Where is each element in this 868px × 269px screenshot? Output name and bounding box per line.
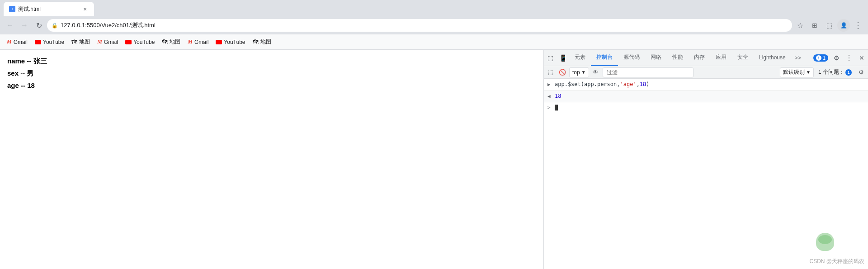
- console-code-comma: ,: [637, 81, 640, 87]
- page-line-sex: sex -- 男: [7, 69, 536, 78]
- tab-close-icon[interactable]: ✕: [81, 5, 89, 13]
- issue-num-icon: 1: [845, 69, 852, 76]
- tab-sources[interactable]: 源代码: [618, 50, 645, 66]
- console-number-part: 18: [640, 81, 646, 87]
- context-label: top: [572, 69, 580, 76]
- active-tab[interactable]: t 测试.html ✕: [4, 2, 94, 16]
- main-area: name -- 张三 sex -- 男 age -- 18 ⬚ 📱 元素 控制台: [0, 50, 868, 269]
- address-bar: ← → ↻ 🔒 127.0.0.1:5500/Vue2/ch01/测试.html…: [0, 16, 868, 34]
- level-chevron-icon: ▼: [806, 70, 811, 75]
- bookmarks-bar: M Gmail YouTube 🗺 地图 M Gmail YouTube 🗺 地…: [0, 34, 868, 50]
- console-settings-button[interactable]: ⚙: [856, 67, 866, 77]
- tab-favicon: t: [9, 6, 15, 12]
- console-toolbar: ⬚ 🚫 top ▼ 👁 默认级别 ▼ 1: [544, 66, 868, 79]
- tab-console[interactable]: 控制台: [591, 50, 618, 66]
- url-bar[interactable]: 🔒 127.0.0.1:5500/Vue2/ch01/测试.html: [47, 19, 792, 32]
- inspect-element-button[interactable]: ⬚: [544, 50, 557, 66]
- console-line-output: ◀ 18: [544, 91, 868, 102]
- issue-count-toolbar[interactable]: 1 个问题： 1: [816, 68, 854, 77]
- tab-performance[interactable]: 性能: [667, 50, 689, 66]
- devtools-close-button[interactable]: ✕: [855, 50, 868, 66]
- log-level-selector[interactable]: 默认级别 ▼: [780, 67, 814, 77]
- console-prompt-line[interactable]: >: [544, 102, 868, 112]
- tab-application[interactable]: 应用: [710, 50, 732, 66]
- bookmark-maps-3[interactable]: 🗺 地图: [250, 37, 274, 47]
- bookmark-maps-1[interactable]: 🗺 地图: [68, 37, 93, 47]
- devtools-more-button[interactable]: ⋮: [843, 50, 855, 66]
- page-line-age: age -- 18: [7, 82, 536, 89]
- browser-chrome: t 测试.html ✕ ← → ↻ 🔒 127.0.0.1:5500/Vue2/…: [0, 0, 868, 269]
- console-cursor: [555, 105, 558, 110]
- bookmark-maps-2[interactable]: 🗺 地图: [159, 37, 184, 47]
- device-toolbar-button[interactable]: 📱: [557, 50, 569, 66]
- maps-icon-2: 🗺: [162, 38, 168, 45]
- console-string-part: 'age': [620, 81, 637, 87]
- issue-badge[interactable]: ! 1: [813, 54, 828, 62]
- console-expand-arrow[interactable]: ▶: [547, 80, 555, 89]
- tab-network[interactable]: 网络: [645, 50, 667, 66]
- issue-count-badge: 1: [823, 55, 826, 61]
- reload-button[interactable]: ↻: [33, 19, 45, 32]
- extensions-button[interactable]: ⊞: [808, 19, 821, 32]
- maps-icon-3: 🗺: [253, 38, 259, 45]
- tab-title: 测试.html: [18, 5, 79, 13]
- eye-button[interactable]: 👁: [591, 67, 601, 77]
- console-code-before: app.$set(app.person,: [555, 81, 620, 87]
- tab-lighthouse[interactable]: Lighthouse: [754, 50, 791, 66]
- back-button[interactable]: ←: [4, 19, 16, 32]
- tab-elements[interactable]: 元素: [569, 50, 591, 66]
- gmail-icon-3: M: [188, 38, 193, 45]
- decorative-character: [814, 233, 836, 260]
- forward-button[interactable]: →: [18, 19, 31, 32]
- chevron-down-icon: ▼: [581, 70, 586, 75]
- url-text: 127.0.0.1:5500/Vue2/ch01/测试.html: [61, 21, 156, 29]
- bookmark-gmail-1[interactable]: M Gmail: [4, 37, 31, 47]
- page-content: name -- 张三 sex -- 男 age -- 18: [0, 50, 543, 269]
- bookmark-youtube-2[interactable]: YouTube: [122, 38, 158, 47]
- console-code-after: ): [646, 81, 649, 87]
- profile-button[interactable]: 👤: [837, 19, 850, 32]
- bookmark-gmail-3[interactable]: M Gmail: [184, 37, 212, 47]
- youtube-icon-3: [216, 40, 222, 44]
- console-prompt-arrow: >: [547, 105, 555, 110]
- page-line-name: name -- 张三: [7, 57, 536, 66]
- devtools-settings-button[interactable]: ⚙: [830, 50, 843, 66]
- console-line-input: ▶ app.$set(app.person,'age',18): [544, 79, 868, 91]
- filter-input[interactable]: [603, 67, 693, 77]
- console-line-text: app.$set(app.person,'age',18): [555, 80, 864, 88]
- maps-icon-1: 🗺: [71, 38, 77, 45]
- gmail-icon-1: M: [7, 38, 12, 45]
- issue-label-text: 1 个问题：: [818, 68, 844, 76]
- log-level-label: 默认级别: [783, 68, 805, 76]
- bookmark-youtube-1[interactable]: YouTube: [32, 38, 67, 47]
- console-return-arrow: ◀: [547, 92, 555, 101]
- clear-console-button[interactable]: 🚫: [557, 67, 567, 77]
- tab-bar: t 测试.html ✕: [0, 0, 868, 16]
- sync-button[interactable]: ⬚: [823, 19, 835, 32]
- devtools-tab-bar: ⬚ 📱 元素 控制台 源代码 网络 性能: [544, 50, 868, 66]
- tab-memory[interactable]: 内存: [689, 50, 710, 66]
- more-tabs-button[interactable]: >>: [791, 50, 805, 66]
- youtube-icon-1: [35, 40, 41, 44]
- context-selector[interactable]: top ▼: [569, 67, 589, 77]
- bookmark-youtube-3[interactable]: YouTube: [212, 38, 248, 47]
- menu-button[interactable]: ⋮: [852, 19, 864, 32]
- console-result-value: 18: [555, 92, 561, 100]
- youtube-icon-2: [125, 40, 132, 44]
- tab-security[interactable]: 安全: [732, 50, 754, 66]
- sidebar-toggle-button[interactable]: ⬚: [546, 67, 556, 77]
- issue-icon: !: [816, 55, 821, 61]
- lock-icon: 🔒: [52, 23, 58, 29]
- star-button[interactable]: ☆: [794, 19, 807, 32]
- gmail-icon-2: M: [97, 38, 102, 45]
- bookmark-gmail-2[interactable]: M Gmail: [94, 37, 121, 47]
